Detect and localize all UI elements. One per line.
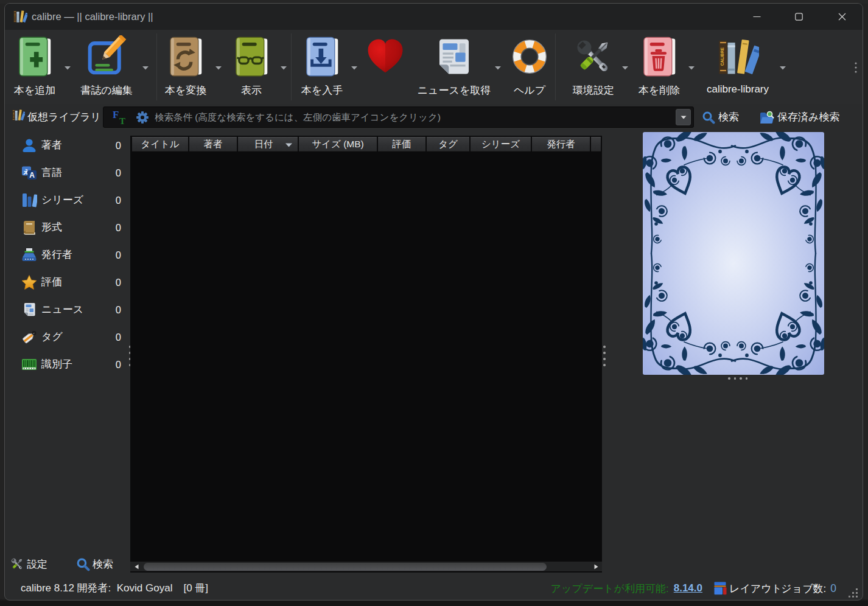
sidebar-item-count: 0 — [116, 328, 121, 346]
cover-splitter-handle[interactable] — [728, 377, 752, 380]
layout-settings-button[interactable]: 設定 — [10, 555, 47, 573]
column-header-label: 発行者 — [547, 138, 575, 151]
search-history-dropdown[interactable] — [676, 109, 691, 125]
splitter-dot — [740, 377, 742, 380]
layout-button[interactable]: レイアウト — [713, 576, 782, 601]
sidebar-item-publishers[interactable]: 発行者 0 — [5, 246, 130, 264]
authors-icon — [21, 138, 37, 153]
toolbar-overflow-handle[interactable] — [853, 55, 859, 80]
help-icon — [508, 35, 551, 78]
toolbar-fetch-news[interactable]: ニュースを取得 — [411, 30, 497, 104]
tags-icon — [21, 329, 37, 345]
remove-books-dropdown-arrow[interactable] — [688, 66, 695, 70]
search-gear-icon[interactable] — [136, 111, 149, 124]
titlebar[interactable]: calibre — || calibre-library || — [5, 4, 863, 30]
resize-grip[interactable] — [849, 588, 858, 598]
main-toolbar: 本を追加 書誌の編集 — [5, 30, 863, 104]
convert-books-icon — [164, 35, 207, 78]
update-notice: アップデートが利用可能: 8.14.0 — [551, 576, 702, 601]
sidebar-item-languages[interactable]: え A 言語 0 — [5, 164, 130, 182]
languages-icon: え A — [21, 165, 37, 181]
window-title: calibre — || calibre-library || — [32, 4, 153, 30]
splitter-dot — [746, 377, 748, 380]
sort-desc-icon — [285, 143, 293, 147]
sidebar-item-count: 0 — [116, 191, 121, 209]
toolbar-label: calibre-library — [707, 83, 769, 96]
scrollbar-thumb[interactable] — [144, 563, 547, 571]
column-header-label: タグ — [438, 138, 458, 151]
horizontal-scrollbar[interactable] — [130, 562, 602, 571]
add-books-icon — [13, 35, 56, 78]
sidebar-item-identifiers[interactable]: 識別子 0 — [5, 355, 130, 374]
saved-search-button-label: 保存済み検索 — [777, 110, 839, 124]
splitter-dot — [728, 377, 730, 380]
sidebar-item-tags[interactable]: タグ 0 — [5, 328, 130, 346]
splitter-dot — [734, 377, 737, 380]
settings-button-label: 設定 — [27, 557, 47, 571]
column-header-size[interactable]: サイズ (MB) — [299, 137, 377, 152]
app-version-text: calibre 8.12 開発者: Kovid Goyal — [21, 582, 172, 594]
update-available-text: アップデートが利用可能: — [551, 582, 669, 596]
sidebar-item-series[interactable]: シリーズ 0 — [5, 191, 130, 209]
toolbar-library[interactable]: calibre-library — [695, 30, 780, 104]
sidebar-item-label: タグ — [41, 328, 63, 346]
calibre-app-icon — [13, 9, 27, 24]
column-header-label: タイトル — [141, 138, 179, 151]
column-header-label: 評価 — [393, 138, 411, 151]
sidebar-item-ratings[interactable]: 評価 0 — [5, 273, 130, 291]
virtual-library-button[interactable]: 仮想ライブラリ — [27, 104, 101, 131]
sidebar-item-label: 発行者 — [41, 246, 72, 264]
tag-browser: 著者 0 え A 言語 0 シリーズ 0 — [5, 133, 130, 552]
search-button-label: 検索 — [718, 110, 739, 124]
column-header-label: 著者 — [204, 138, 223, 151]
scroll-right-arrow[interactable] — [591, 562, 601, 571]
search-icon — [76, 557, 90, 571]
column-header-authors[interactable]: 著者 — [189, 137, 237, 152]
formats-icon — [21, 220, 37, 235]
view-icon — [230, 35, 273, 78]
sidebar-item-authors[interactable]: 著者 0 — [5, 136, 130, 155]
column-header-label: シリーズ — [481, 138, 520, 151]
sidebar-item-label: 識別子 — [41, 355, 72, 374]
column-header-rating[interactable]: 評価 — [378, 137, 425, 152]
minimize-button[interactable] — [743, 4, 771, 29]
book-details-panel — [602, 133, 863, 576]
search-input[interactable]: F T 検索条件 (高度な検索をするには、左側の歯車アイコンをクリック) — [103, 106, 694, 128]
search-button[interactable]: 検索 — [702, 106, 739, 128]
column-header-date[interactable]: 日付 — [238, 137, 298, 152]
column-header-title[interactable]: タイトル — [132, 137, 188, 152]
toolbar-label: 本を追加 — [14, 83, 55, 97]
toolbar-edit-metadata[interactable]: 書誌の編集 — [64, 30, 149, 104]
scroll-left-arrow[interactable] — [131, 562, 141, 571]
maximize-button[interactable] — [785, 4, 813, 29]
sidebar-item-label: シリーズ — [41, 191, 83, 209]
toolbar-label: 本を変換 — [165, 83, 206, 97]
sidebar-item-news[interactable]: ニュース 0 — [5, 301, 130, 319]
statusbar: calibre 8.12 開発者: Kovid Goyal[0 冊] アップデー… — [5, 576, 863, 601]
toolbar-label: ニュースを取得 — [418, 83, 491, 97]
saved-search-folder-icon — [759, 110, 774, 125]
jobs-button[interactable]: ジョブ数: 0 — [781, 576, 836, 601]
library-icon — [716, 35, 759, 78]
close-button[interactable] — [828, 4, 856, 29]
edit-metadata-icon — [85, 35, 128, 78]
layout-icon — [713, 581, 728, 596]
sidebar-item-count: 0 — [116, 136, 121, 155]
update-version-link[interactable]: 8.14.0 — [674, 582, 702, 594]
sidebar-item-label: 評価 — [41, 273, 62, 291]
donate-heart-icon — [364, 35, 407, 78]
saved-search-button[interactable]: 保存済み検索 — [759, 106, 839, 128]
column-header-publisher[interactable]: 発行者 — [532, 137, 590, 152]
column-header-series[interactable]: シリーズ — [471, 137, 531, 152]
svg-text:T: T — [119, 116, 125, 126]
book-list[interactable]: タイトル 著者 日付 サイズ (MB) 評価 タグ シリーズ 発行者 — [130, 136, 602, 573]
column-header-tags[interactable]: タグ — [427, 137, 469, 152]
jobs-count: 0 — [830, 582, 836, 595]
chevron-down-icon — [681, 116, 687, 119]
bottom-search-button[interactable]: 検索 — [76, 555, 113, 573]
default-book-cover[interactable] — [643, 132, 824, 375]
fulltext-search-icon[interactable]: F T — [112, 110, 129, 126]
sidebar-item-formats[interactable]: 形式 0 — [5, 218, 130, 237]
triangle-left-icon — [135, 564, 139, 569]
library-dropdown-arrow[interactable] — [779, 66, 786, 70]
